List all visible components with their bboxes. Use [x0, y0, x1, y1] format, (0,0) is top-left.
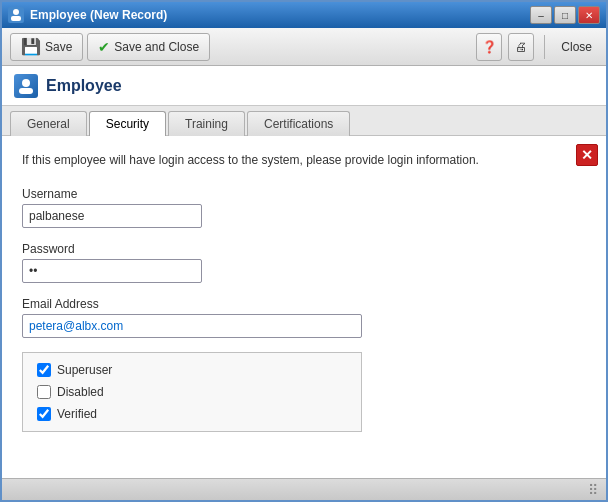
title-bar-icon — [8, 7, 24, 23]
verified-label: Verified — [57, 407, 97, 421]
save-button[interactable]: 💾 Save — [10, 33, 83, 61]
toolbar: 💾 Save ✔ Save and Close ❓ 🖨 Close — [2, 28, 606, 66]
title-bar-controls: – □ ✕ — [530, 6, 600, 24]
tab-training[interactable]: Training — [168, 111, 245, 136]
title-close-button[interactable]: ✕ — [578, 6, 600, 24]
help-icon: ❓ — [482, 40, 497, 54]
tab-security[interactable]: Security — [89, 111, 166, 136]
verified-item: Verified — [37, 407, 347, 421]
email-input[interactable] — [22, 314, 362, 338]
window-header: Employee — [2, 66, 606, 106]
close-button[interactable]: Close — [555, 36, 598, 58]
superuser-label: Superuser — [57, 363, 112, 377]
disabled-label: Disabled — [57, 385, 104, 399]
checkmark-icon: ✔ — [98, 39, 110, 55]
help-button[interactable]: ❓ — [476, 33, 502, 61]
page-title: Employee — [46, 77, 122, 95]
print-icon: 🖨 — [515, 40, 527, 54]
email-group: Email Address — [22, 297, 586, 338]
svg-rect-4 — [19, 88, 33, 94]
verified-checkbox[interactable] — [37, 407, 51, 421]
tab-certifications[interactable]: Certifications — [247, 111, 350, 136]
title-bar: Employee (New Record) – □ ✕ — [2, 2, 606, 28]
info-text: If this employee will have login access … — [22, 152, 586, 169]
content-area: ✕ If this employee will have login acces… — [2, 136, 606, 478]
toolbar-right: ❓ 🖨 Close — [476, 33, 598, 61]
toolbar-separator — [544, 35, 545, 59]
username-label: Username — [22, 187, 586, 201]
username-group: Username — [22, 187, 586, 228]
username-input[interactable] — [22, 204, 202, 228]
save-and-close-label: Save and Close — [114, 40, 199, 54]
status-bar: ⠿ — [2, 478, 606, 500]
password-group: Password — [22, 242, 586, 283]
checkbox-group: Superuser Disabled Verified — [22, 352, 362, 432]
tab-general[interactable]: General — [10, 111, 87, 136]
content-close-button[interactable]: ✕ — [576, 144, 598, 166]
main-window: Employee (New Record) – □ ✕ 💾 Save ✔ Sav… — [0, 0, 608, 502]
header-icon — [14, 74, 38, 98]
email-label: Email Address — [22, 297, 586, 311]
disabled-checkbox[interactable] — [37, 385, 51, 399]
password-label: Password — [22, 242, 586, 256]
svg-point-1 — [13, 9, 19, 15]
tabs-container: General Security Training Certifications — [2, 106, 606, 136]
title-bar-text: Employee (New Record) — [30, 8, 530, 22]
save-label: Save — [45, 40, 72, 54]
content-inner: If this employee will have login access … — [2, 136, 606, 448]
svg-point-3 — [22, 79, 30, 87]
superuser-item: Superuser — [37, 363, 347, 377]
maximize-button[interactable]: □ — [554, 6, 576, 24]
svg-rect-2 — [11, 16, 21, 21]
superuser-checkbox[interactable] — [37, 363, 51, 377]
save-and-close-button[interactable]: ✔ Save and Close — [87, 33, 210, 61]
disabled-item: Disabled — [37, 385, 347, 399]
print-button[interactable]: 🖨 — [508, 33, 534, 61]
resize-grip: ⠿ — [588, 482, 598, 498]
password-input[interactable] — [22, 259, 202, 283]
minimize-button[interactable]: – — [530, 6, 552, 24]
save-icon: 💾 — [21, 37, 41, 56]
